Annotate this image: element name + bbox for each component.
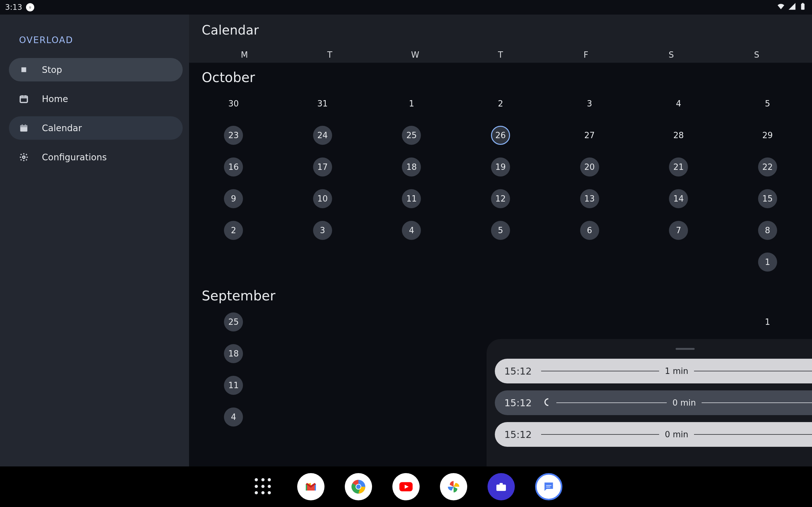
day-cell[interactable]: 3 xyxy=(580,94,599,113)
svg-rect-10 xyxy=(500,483,503,485)
photos-icon[interactable] xyxy=(440,473,467,500)
day-cell[interactable]: 15 xyxy=(758,189,777,208)
day-cell[interactable]: 1 xyxy=(402,94,421,113)
day-cell[interactable]: 21 xyxy=(669,158,688,176)
day-cell[interactable]: 9 xyxy=(224,189,243,208)
calendar-icon xyxy=(18,123,29,133)
wifi-icon xyxy=(776,2,785,13)
time-entry-card[interactable]: 15:120 min15:12 xyxy=(495,390,812,415)
svg-rect-1 xyxy=(20,96,28,102)
time-entry-card[interactable]: 15:120 min15:12 xyxy=(495,422,812,447)
day-cell[interactable]: 25 xyxy=(224,313,243,331)
main-panel: Calendar MTWTFSS October3031123452324252… xyxy=(189,14,812,466)
status-bar: 3:13 xyxy=(0,0,812,14)
month-title: September xyxy=(189,281,812,309)
drag-handle[interactable] xyxy=(676,348,695,350)
day-cell[interactable]: 10 xyxy=(313,189,332,208)
day-cell[interactable]: 28 xyxy=(669,126,688,145)
chrome-icon[interactable] xyxy=(345,473,372,500)
day-cell[interactable]: 4 xyxy=(402,221,421,240)
apps-grid-icon xyxy=(255,478,272,495)
sidebar-item-label: Stop xyxy=(42,65,62,75)
time-entry-card[interactable]: 15:121 min15:13 xyxy=(495,359,812,383)
day-cell[interactable]: 19 xyxy=(491,158,510,176)
day-cell[interactable]: 6 xyxy=(580,221,599,240)
sidebar-item-configurations[interactable]: Configurations xyxy=(9,146,183,169)
cell-signal-icon xyxy=(788,2,796,12)
messages-icon[interactable] xyxy=(535,473,562,500)
battery-icon xyxy=(799,2,807,12)
month-title: October xyxy=(189,63,812,91)
day-cell[interactable]: 26 xyxy=(491,126,510,145)
moon-icon xyxy=(542,398,551,408)
day-cell[interactable]: 23 xyxy=(224,126,243,145)
apps-button[interactable] xyxy=(250,473,277,500)
day-cell[interactable]: 13 xyxy=(580,189,599,208)
day-cell[interactable]: 30 xyxy=(224,94,243,113)
dow-header: W xyxy=(372,50,458,60)
day-cell[interactable]: 14 xyxy=(669,189,688,208)
sidebar-item-home[interactable]: Home xyxy=(9,87,183,111)
day-cell[interactable]: 29 xyxy=(758,126,777,145)
day-cell[interactable]: 4 xyxy=(669,94,688,113)
day-cell[interactable]: 5 xyxy=(491,221,510,240)
day-cell[interactable]: 22 xyxy=(758,158,777,176)
app-notification-icon xyxy=(26,3,34,11)
sidebar-item-stop[interactable]: Stop xyxy=(9,58,183,81)
day-cell[interactable]: 25 xyxy=(402,126,421,145)
dow-header: T xyxy=(458,50,543,60)
app-brand: OVERLOAD xyxy=(19,35,177,45)
page-title: Calendar xyxy=(202,23,799,38)
day-cell[interactable]: 16 xyxy=(224,158,243,176)
sidebar-item-label: Configurations xyxy=(42,152,107,163)
start-time: 15:12 xyxy=(504,366,536,377)
dow-header: S xyxy=(629,50,714,60)
youtube-icon[interactable] xyxy=(392,473,420,500)
day-cell[interactable]: 2 xyxy=(491,94,510,113)
day-cell[interactable]: 20 xyxy=(580,158,599,176)
day-cell[interactable]: 5 xyxy=(758,94,777,113)
day-cell[interactable]: 1 xyxy=(758,252,777,272)
status-time: 3:13 xyxy=(5,3,22,12)
day-cell[interactable]: 31 xyxy=(313,94,332,113)
gmail-icon[interactable] xyxy=(297,473,324,500)
svg-rect-9 xyxy=(496,485,506,491)
day-cell[interactable]: 3 xyxy=(313,221,332,240)
duration-label: 0 min xyxy=(665,430,688,439)
svg-rect-0 xyxy=(21,67,26,72)
day-cell[interactable]: 11 xyxy=(224,376,243,395)
gear-icon xyxy=(18,152,29,163)
start-time: 15:12 xyxy=(504,397,536,408)
dock xyxy=(0,466,812,507)
dow-header: S xyxy=(714,50,799,60)
svg-point-4 xyxy=(22,156,25,158)
day-cell[interactable]: 7 xyxy=(669,221,688,240)
duration-label: 1 min xyxy=(665,366,688,376)
day-cell[interactable]: 2 xyxy=(224,221,243,240)
calendar-outline-icon xyxy=(18,94,29,104)
day-cell[interactable]: 17 xyxy=(313,158,332,176)
day-cell[interactable]: 18 xyxy=(402,158,421,176)
day-cell[interactable]: 8 xyxy=(758,221,777,240)
day-cell[interactable]: 18 xyxy=(224,344,243,363)
day-cell[interactable]: 27 xyxy=(580,126,599,145)
dow-header: M xyxy=(202,50,287,60)
header: Calendar MTWTFSS xyxy=(189,14,812,63)
dow-header: T xyxy=(287,50,372,60)
sidebar-item-calendar[interactable]: Calendar xyxy=(9,116,183,140)
svg-rect-3 xyxy=(20,125,28,127)
day-detail-panel[interactable]: 15:121 min15:1315:120 min15:1215:120 min… xyxy=(487,339,812,466)
sidebar-item-label: Home xyxy=(42,94,68,104)
day-cell[interactable]: 1 xyxy=(758,313,777,331)
dow-header: F xyxy=(543,50,629,60)
day-headers: MTWTFSS xyxy=(202,50,799,60)
duration-label: 0 min xyxy=(672,398,696,407)
day-cell[interactable]: 11 xyxy=(402,189,421,208)
svg-point-7 xyxy=(356,485,361,489)
day-cell[interactable]: 4 xyxy=(224,407,243,427)
stop-icon xyxy=(18,64,29,75)
work-profile-icon[interactable] xyxy=(488,473,515,500)
day-cell[interactable]: 12 xyxy=(491,189,510,208)
day-cell[interactable]: 24 xyxy=(313,126,332,145)
start-time: 15:12 xyxy=(504,429,536,440)
